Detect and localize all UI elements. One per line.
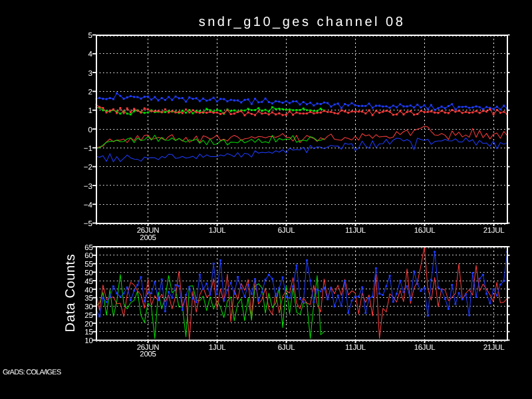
svg-text:−1: −1 (84, 145, 92, 153)
svg-text:16JUL: 16JUL (414, 227, 436, 235)
svg-text:16JUL: 16JUL (414, 344, 436, 352)
svg-text:11JUL: 11JUL (345, 344, 366, 352)
svg-text:50: 50 (84, 269, 93, 277)
svg-text:2005: 2005 (140, 350, 156, 358)
svg-text:25: 25 (84, 312, 93, 320)
svg-text:10: 10 (84, 337, 93, 345)
svg-text:−4: −4 (84, 201, 93, 209)
svg-text:1: 1 (88, 107, 92, 115)
svg-text:1JUL: 1JUL (209, 344, 227, 352)
svg-text:6JUL: 6JUL (278, 227, 296, 235)
svg-text:GrADS: COLA/IGES: GrADS: COLA/IGES (3, 368, 61, 376)
svg-text:30: 30 (84, 303, 93, 311)
svg-text:−5: −5 (84, 220, 92, 228)
svg-text:5: 5 (88, 32, 92, 40)
svg-text:2005: 2005 (140, 234, 156, 242)
svg-text:4: 4 (88, 51, 92, 59)
svg-text:3: 3 (88, 70, 92, 78)
svg-text:60: 60 (84, 252, 93, 260)
svg-text:1JUL: 1JUL (209, 227, 227, 235)
svg-text:0: 0 (88, 126, 92, 134)
svg-text:11JUL: 11JUL (345, 227, 366, 235)
svg-text:sndr_g10_ges channel 08: sndr_g10_ges channel 08 (199, 15, 406, 29)
svg-text:6JUL: 6JUL (278, 344, 296, 352)
svg-text:15: 15 (84, 329, 93, 336)
svg-text:65: 65 (84, 244, 93, 252)
svg-text:21JUL: 21JUL (483, 344, 505, 352)
svg-text:−3: −3 (84, 183, 92, 191)
svg-text:−2: −2 (84, 164, 92, 172)
svg-text:55: 55 (84, 261, 93, 269)
svg-text:21JUL: 21JUL (483, 227, 505, 235)
svg-text:35: 35 (84, 295, 93, 303)
svg-text:2: 2 (88, 88, 92, 96)
svg-text:45: 45 (84, 278, 93, 286)
svg-text:40: 40 (84, 287, 93, 295)
svg-text:Data Counts: Data Counts (63, 254, 78, 332)
svg-text:20: 20 (84, 321, 93, 329)
